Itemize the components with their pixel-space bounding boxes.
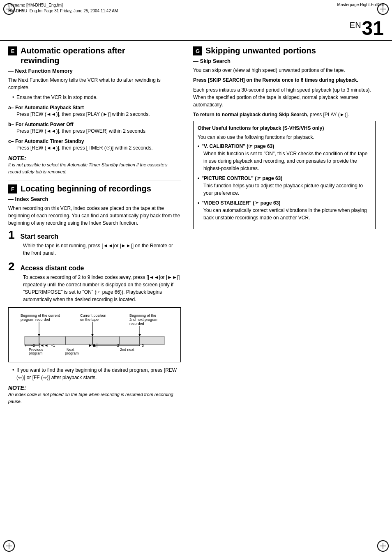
- info-item-3-text: You can automatically correct vertical v…: [198, 207, 371, 221]
- corner-mark-tr: [377, 3, 389, 15]
- header-bar: Filename [HM-DH5U_Eng.fm] HM-DH5U_Eng.fm…: [0, 0, 392, 15]
- info-item-2: "PICTURE CONTROL" (☞ page 63) This funct…: [198, 175, 371, 197]
- step-2-title: Access distant code: [21, 262, 84, 272]
- item-b-text: Press [REW (◄◄)], then press [POWER] wit…: [8, 127, 181, 135]
- section-g-return-text: press [PLAY (►)].: [309, 112, 349, 117]
- item-b: b– For Automatic Power Off Press [REW (◄…: [8, 121, 181, 135]
- svg-text:Beginning of the: Beginning of the: [129, 313, 156, 318]
- step-1-header: 1 Start search: [8, 229, 181, 242]
- file-info-label: HM-DH5U_Eng.fm Page 31 Friday, June 25, …: [8, 8, 118, 14]
- step-1-number: 1: [8, 229, 15, 241]
- section-e-icon: E: [8, 46, 17, 55]
- info-item-1: "V. CALIBRATION" (☞ page 63) When this f…: [198, 143, 371, 172]
- section-e-note-title: NOTE:: [8, 155, 181, 161]
- en-label: EN: [350, 21, 361, 30]
- info-box-subtitle: You can also use the following functions…: [198, 134, 371, 141]
- svg-marker-12: [138, 334, 141, 336]
- section-e-heading: Automatic operations after rewinding: [21, 46, 125, 65]
- section-g-heading: Skipping unwanted portions: [205, 46, 316, 55]
- info-item-2-text: This function helps you to adjust the pl…: [198, 182, 371, 197]
- item-b-label: b–: [8, 122, 14, 127]
- step-1-title: Start search: [21, 230, 59, 240]
- item-c-text: Press [REW (◄◄)], then press [TIMER (☉)]…: [8, 144, 181, 152]
- svg-text:2nd next program: 2nd next program: [129, 318, 159, 322]
- header-left: Filename [HM-DH5U_Eng.fm] HM-DH5U_Eng.fm…: [8, 2, 118, 14]
- svg-marker-8: [38, 334, 40, 336]
- diagram-bullet: If you want to find the very beginning o…: [8, 366, 181, 381]
- diagram-svg: Beginning of the current program recorde…: [13, 312, 176, 357]
- svg-text:2nd next: 2nd next: [120, 348, 134, 352]
- page-number-area: EN31: [0, 15, 392, 41]
- corner-mark-br: [377, 540, 389, 552]
- section-f-subheading: — Index Search: [8, 196, 181, 202]
- section-f-title-block: F Locating beginning of recordings: [8, 184, 181, 193]
- svg-text:on the tape: on the tape: [80, 318, 99, 322]
- section-e-bullet1: Ensure that the VCR is in stop mode.: [12, 94, 181, 101]
- section-f-heading: Locating beginning of recordings: [21, 184, 151, 193]
- svg-text:Current position: Current position: [80, 313, 106, 318]
- section-f-note-text: An index code is not placed on the tape …: [8, 391, 181, 405]
- section-g-return-title: To return to normal playback during Skip…: [193, 112, 309, 117]
- section-f-body1: When recording on this VCR, index codes …: [8, 205, 181, 227]
- section-e-title-line1: Automatic operations after: [21, 46, 125, 55]
- svg-text:recorded: recorded: [129, 322, 144, 326]
- svg-text:program recorded: program recorded: [21, 318, 50, 322]
- svg-text:3: 3: [142, 343, 144, 348]
- right-column: G Skipping unwanted portions — Skip Sear…: [189, 41, 376, 410]
- section-e-title-line2: rewinding: [21, 56, 59, 65]
- section-divider: [8, 180, 181, 180]
- info-box: Other Useful functions for playback (S-V…: [193, 121, 376, 229]
- svg-text:|◄◄: |◄◄: [39, 343, 48, 348]
- item-a-label: a–: [8, 105, 14, 111]
- section-f-note: NOTE: An index code is not placed on the…: [8, 385, 181, 405]
- section-g-title-block: G Skipping unwanted portions: [193, 46, 376, 55]
- section-g-subheading: — Skip Search: [193, 58, 376, 64]
- step-2-header: 2 Access distant code: [8, 261, 181, 274]
- section-f-icon: F: [8, 184, 17, 193]
- item-a-title: For Automatic Playback Start: [15, 105, 84, 111]
- step-2-number: 2: [8, 261, 15, 272]
- svg-marker-10: [91, 334, 94, 336]
- svg-text:program: program: [65, 351, 79, 355]
- section-e-note: NOTE: It is not possible to select the A…: [8, 155, 181, 175]
- section-g-return: To return to normal playback during Skip…: [193, 111, 376, 118]
- left-column: E Automatic operations after rewinding —…: [8, 41, 189, 410]
- section-g-body1: You can skip over (view at high speed) u…: [193, 67, 376, 74]
- header-right: Masterpage:Right-FullCol: [337, 2, 384, 7]
- item-a-text: Press [REW (◄◄)], then press [PLAY (►)] …: [8, 111, 181, 118]
- corner-mark-tl: [3, 3, 15, 15]
- info-item-2-title: "PICTURE CONTROL" (☞ page 63): [198, 175, 371, 181]
- step-2-body: To access a recording of 2 to 9 index co…: [23, 274, 181, 303]
- svg-text:Beginning of the current: Beginning of the current: [21, 313, 60, 318]
- step-1-body: While the tape is not running, press [◄◄…: [23, 242, 181, 257]
- section-f-note-title: NOTE:: [8, 385, 181, 391]
- svg-text:–1: –1: [51, 343, 55, 348]
- section-e-title: E Automatic operations after rewinding: [8, 46, 181, 65]
- main-content: E Automatic operations after rewinding —…: [0, 41, 392, 410]
- page-number: 31: [362, 17, 384, 39]
- info-box-title: Other Useful functions for playback (S-V…: [198, 125, 371, 131]
- item-c-label: c–: [8, 138, 14, 144]
- info-item-1-text: When this function is set to "ON", this …: [198, 150, 371, 172]
- diagram-bullet-text: If you want to find the very beginning o…: [12, 366, 181, 381]
- info-item-3: "VIDEO STABILIZER" (☞ page 63) You can a…: [198, 200, 371, 221]
- section-g-icon: G: [193, 46, 202, 55]
- item-c-title: For Automatic Timer Standby: [15, 138, 84, 144]
- info-item-1-title: "V. CALIBRATION" (☞ page 63): [198, 143, 371, 149]
- section-e-body1: The Next Function Memory tells the VCR w…: [8, 76, 181, 91]
- filename-label: Filename [HM-DH5U_Eng.fm]: [8, 2, 118, 8]
- step-1: 1 Start search While the tape is not run…: [8, 229, 181, 257]
- corner-mark-bl: [3, 540, 15, 552]
- section-e-subheading: — Next Function Memory: [8, 68, 181, 74]
- section-e-note-text: It is not possible to select the Automat…: [8, 161, 181, 175]
- section-e-bullets: Ensure that the VCR is in stop mode.: [8, 94, 181, 101]
- item-c: c– For Automatic Timer Standby Press [RE…: [8, 138, 181, 152]
- item-b-title: For Automatic Power Off: [16, 122, 74, 127]
- diagram: Beginning of the current program recorde…: [8, 307, 181, 362]
- section-g-press-text: Each press initiates a 30-second period …: [193, 86, 376, 108]
- info-item-3-title: "VIDEO STABILIZER" (☞ page 63): [198, 200, 371, 206]
- step-2: 2 Access distant code To access a record…: [8, 261, 181, 303]
- item-a: a– For Automatic Playback Start Press [R…: [8, 104, 181, 118]
- masterpage-label: Masterpage:Right-FullCol: [337, 2, 384, 7]
- svg-text:program: program: [29, 351, 43, 355]
